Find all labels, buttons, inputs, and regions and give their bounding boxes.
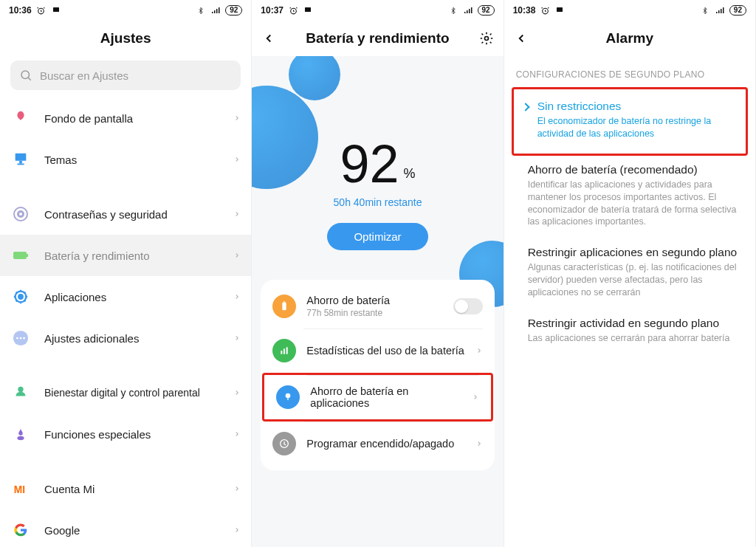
row-label: Cuenta Mi [44, 483, 220, 495]
card-title: Ahorro de batería en aplicaciones [310, 385, 461, 409]
card-row-schedule[interactable]: Programar encendido/apagado [261, 422, 494, 466]
battery-value: 92 [340, 137, 399, 190]
chevron-right-icon [475, 345, 483, 356]
option-title: Sin restricciones [537, 100, 734, 113]
section-header: CONFIGURACIONES DE SEGUNDO PLANO [504, 56, 755, 87]
svg-rect-23 [283, 303, 286, 311]
svg-text:MI: MI [14, 484, 25, 495]
search-icon [19, 69, 32, 82]
row-label: Bienestar digital y control parental [44, 387, 220, 399]
svg-point-22 [484, 37, 488, 41]
status-time: 10:37 [261, 5, 284, 16]
page-title: Batería y rendimiento [306, 30, 449, 47]
title-bar: Ajustes [0, 21, 251, 56]
option-desc: Algunas características (p. ej. las noti… [528, 261, 743, 299]
notification-icon [51, 5, 61, 16]
svg-point-28 [286, 393, 291, 399]
wallpaper-icon [10, 108, 31, 128]
card-subtitle: 77h 58min restante [306, 308, 442, 318]
status-time: 10:36 [9, 5, 32, 16]
svg-rect-31 [557, 7, 563, 12]
svg-point-11 [18, 295, 23, 299]
search-input[interactable]: Buscar en Ajustes [10, 61, 241, 90]
option-title: Restringir aplicaciones en segundo plano [528, 246, 743, 259]
svg-rect-24 [284, 301, 286, 302]
chevron-right-icon [233, 154, 241, 165]
phone-alarmy: 10:38 92 Alarmy CONFIGURACIONES DE SEGUN… [504, 0, 756, 547]
card-title: Ahorro de batería [306, 295, 442, 306]
svg-point-2 [21, 71, 30, 79]
svg-point-16 [23, 337, 25, 340]
row-google[interactable]: Google [0, 509, 251, 547]
signal-icon [210, 5, 221, 16]
back-button[interactable] [512, 29, 531, 48]
chevron-right-icon [475, 438, 483, 449]
chevron-right-icon [233, 209, 241, 219]
battery-time-remaining: 50h 40min restante [334, 196, 422, 208]
card-row-saver[interactable]: Ahorro de batería 77h 58min restante [261, 284, 494, 328]
alarm-icon [36, 5, 47, 16]
bluetooth-icon [700, 5, 710, 16]
svg-rect-3 [16, 154, 27, 161]
mi-icon: MI [10, 478, 31, 499]
row-battery[interactable]: Batería y rendimiento [0, 235, 251, 276]
option-restrict-bg[interactable]: Restringir aplicaciones en segundo plano… [504, 238, 755, 309]
chevron-right-icon [233, 292, 241, 302]
alarm-icon [288, 5, 298, 16]
row-wallpaper[interactable]: Fondo de pantalla [0, 97, 251, 139]
row-label: Fondo de pantalla [44, 112, 220, 125]
settings-list: Fondo de pantalla Temas Contraseñas y se… [0, 97, 251, 547]
svg-rect-27 [286, 347, 288, 354]
themes-icon [10, 149, 31, 170]
status-bar: 10:38 92 [504, 0, 755, 21]
settings-button[interactable] [477, 29, 496, 48]
chevron-right-icon [233, 525, 241, 535]
row-label: Aplicaciones [44, 291, 220, 303]
svg-rect-10 [27, 254, 28, 257]
svg-point-18 [17, 436, 24, 441]
svg-rect-21 [305, 7, 311, 12]
option-recommended[interactable]: Ahorro de batería (recomendado) Identifi… [504, 156, 755, 239]
alarm-icon [540, 5, 550, 16]
row-label: Ajustes adicionales [44, 332, 220, 345]
svg-rect-9 [13, 252, 27, 259]
bluetooth-icon [448, 5, 458, 16]
card-row-stats[interactable]: Estadísticas del uso de la batería [261, 328, 494, 373]
percent-symbol: % [404, 166, 416, 182]
option-title: Restringir actividad en segundo plano [528, 317, 743, 330]
stats-icon [272, 339, 296, 362]
back-button[interactable] [259, 29, 278, 48]
chevron-right-icon [233, 113, 241, 123]
option-no-restrictions[interactable]: Sin restricciones El economizador de bat… [514, 92, 746, 151]
chevron-right-icon [472, 392, 479, 402]
battery-icon [10, 245, 31, 266]
row-themes[interactable]: Temas [0, 139, 251, 180]
phone-battery: 10:37 92 Batería y rendimiento [252, 0, 504, 547]
chevron-right-icon [233, 388, 241, 398]
page-title: Ajustes [100, 30, 151, 47]
row-special[interactable]: Funciones especiales [0, 413, 251, 455]
battery-main: 92 % 50h 40min restante Optimizar Ahorro… [252, 56, 503, 547]
svg-rect-5 [17, 164, 24, 165]
card-row-app-saver[interactable]: Ahorro de batería en aplicaciones [262, 373, 492, 422]
notification-icon [303, 5, 313, 16]
bluetooth-icon [196, 5, 206, 16]
highlighted-option: Sin restricciones El economizador de bat… [512, 87, 748, 156]
row-passwords[interactable]: Contraseñas y seguridad [0, 193, 251, 235]
chevron-right-icon [233, 429, 241, 439]
battery-indicator: 92 [729, 5, 746, 16]
row-apps[interactable]: Aplicaciones [0, 276, 251, 317]
row-mi-account[interactable]: MI Cuenta Mi [0, 468, 251, 509]
title-bar: Alarmy [504, 21, 755, 56]
saver-toggle[interactable] [453, 298, 483, 314]
row-label: Funciones especiales [44, 428, 220, 441]
option-restrict-activity[interactable]: Restringir actividad en segundo plano La… [504, 309, 755, 355]
row-additional[interactable]: Ajustes adicionales [0, 317, 251, 359]
row-wellbeing[interactable]: Bienestar digital y control parental [0, 372, 251, 413]
svg-point-17 [18, 387, 23, 392]
svg-rect-25 [281, 351, 283, 354]
security-icon [10, 204, 31, 224]
signal-icon [715, 5, 725, 16]
optimize-button[interactable]: Optimizar [327, 223, 427, 250]
option-title: Ahorro de batería (recomendado) [528, 163, 743, 176]
